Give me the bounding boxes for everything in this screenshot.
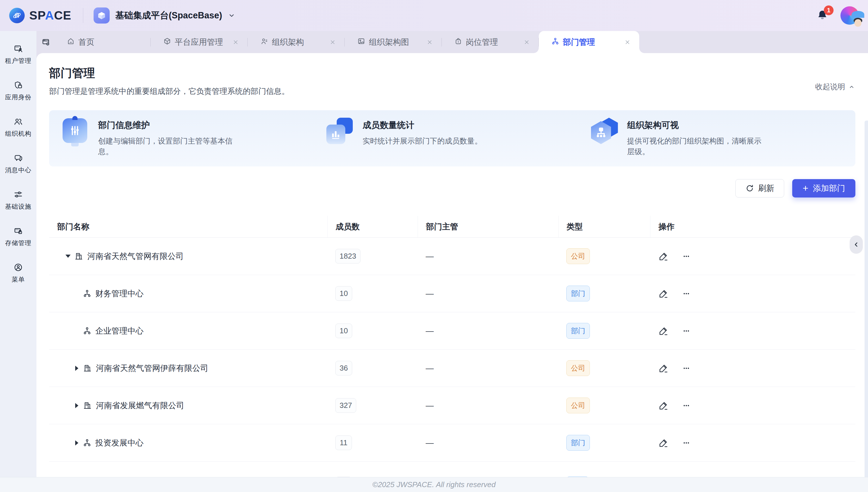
more-actions-button[interactable]: [681, 438, 692, 448]
tab-org-structure[interactable]: 组织架构: [248, 31, 344, 53]
sidebar-item-label: 租户管理: [5, 56, 31, 65]
edit-button[interactable]: [658, 363, 669, 373]
notification-badge: 1: [824, 5, 834, 15]
type-cell: 部门: [558, 323, 650, 339]
type-cell: 部门: [558, 435, 650, 451]
feature-desc: 实时统计并展示部门下的成员数量。: [363, 136, 482, 146]
tab-label: 平台应用管理: [175, 37, 223, 48]
caret-glyph: [75, 440, 78, 445]
supervisor-value: —: [426, 289, 434, 298]
supervisor-value: —: [426, 401, 434, 410]
sidebar-item-infrastructure[interactable]: 基础设施: [0, 182, 36, 218]
person-circle-icon: [14, 263, 23, 272]
page-head: 部门管理 部门管理是管理系统中的重要组成部分，它负责管理系统的部门信息。 收起说…: [36, 53, 868, 96]
department-name-cell: 河南省发展燃气有限公司: [49, 400, 327, 411]
sidebar-item-organization[interactable]: 组织机构: [0, 109, 36, 146]
more-actions-button[interactable]: [681, 289, 692, 299]
add-department-label: 添加部门: [813, 183, 845, 194]
close-icon[interactable]: [232, 39, 239, 45]
app-selector[interactable]: 基础集成平台(SpaceBase): [94, 7, 235, 24]
close-icon[interactable]: [624, 39, 630, 45]
sidebar-item-menu[interactable]: 菜单: [0, 255, 36, 291]
close-icon[interactable]: [524, 39, 530, 45]
sidebar-item-label: 组织机构: [5, 129, 31, 138]
type-cell: 公司: [558, 398, 650, 413]
header-right: 1: [816, 6, 859, 25]
person-list-icon: [261, 37, 268, 47]
page-subtitle: 部门管理是管理系统中的重要组成部分，它负责管理系统的部门信息。: [49, 86, 855, 96]
edit-button[interactable]: [658, 289, 669, 299]
tab-department[interactable]: 部门管理: [539, 31, 639, 53]
sidebar-item-tenant[interactable]: 租户管理: [0, 36, 36, 73]
type-cell: 公司: [558, 248, 650, 264]
table-row: 财务管理中心10—部门: [49, 275, 855, 312]
type-badge: 部门: [566, 323, 590, 339]
refresh-label: 刷新: [758, 183, 774, 194]
department-name: 财务管理中心: [95, 288, 144, 299]
members-cell: 10: [327, 286, 418, 301]
feature-text: 组织架构可视提供可视化的部门组织架构图，清晰展示层级。: [627, 118, 765, 157]
feature-title: 成员数量统计: [363, 119, 482, 131]
edit-button[interactable]: [658, 438, 669, 448]
caret-right-icon[interactable]: [72, 403, 81, 408]
refresh-icon: [745, 184, 754, 193]
sidebar-item-label: 应用身份: [5, 93, 31, 102]
page-title: 部门管理: [49, 65, 855, 81]
tab-position[interactable]: 岗位管理: [442, 31, 539, 53]
avatar[interactable]: [840, 6, 859, 25]
close-icon[interactable]: [426, 39, 433, 45]
edit-button[interactable]: [658, 251, 669, 262]
table-row: 河南省天然气管网有限公司1823—公司: [49, 238, 855, 275]
table-header: 部门名称成员数部门主管类型操作: [49, 216, 855, 238]
company-building-icon: [83, 401, 92, 410]
department-name-cell: 河南省天然气管网有限公司: [49, 251, 327, 262]
sidebar-item-message-center[interactable]: 消息中心: [0, 146, 36, 182]
footer: ©2025 JWSPACE. All rights reserved: [0, 477, 868, 492]
caret-right-icon[interactable]: [72, 440, 81, 445]
feature-title: 部门信息维护: [98, 119, 236, 131]
edit-button[interactable]: [658, 326, 669, 336]
scrollbar[interactable]: [865, 121, 868, 492]
notification-bell[interactable]: 1: [816, 9, 829, 22]
close-icon[interactable]: [329, 39, 336, 45]
type-badge: 公司: [566, 360, 590, 376]
feature-card-member-stats: 成员数量统计实时统计并展示部门下的成员数量。: [326, 118, 591, 146]
table-row: 河南省发展燃气有限公司327—公司: [49, 387, 855, 424]
feature-desc: 创建与编辑部门，设置部门主管等基本信息。: [98, 136, 236, 157]
add-department-button[interactable]: + 添加部门: [792, 179, 855, 197]
people-icon: [14, 117, 23, 126]
app-header: SPACE 基础集成平台(SpaceBase) 1: [0, 0, 868, 31]
tab-label: 首页: [78, 37, 94, 48]
supervisor-cell: —: [418, 438, 558, 447]
table-body: 河南省天然气管网有限公司1823—公司财务管理中心10—部门企业管理中心10—部…: [49, 238, 855, 492]
more-actions-button[interactable]: [681, 326, 692, 336]
caret-down-icon[interactable]: [64, 254, 73, 258]
members-cell: 10: [327, 323, 418, 338]
image-icon: [357, 37, 365, 47]
collapse-panel-handle[interactable]: [850, 236, 863, 254]
supervisor-value: —: [426, 326, 434, 335]
bar-chart-icon: [326, 118, 354, 145]
more-actions-button[interactable]: [681, 251, 692, 262]
sidebar-item-storage[interactable]: 存储管理: [0, 218, 36, 255]
sidebar-item-app-identity[interactable]: 应用身份: [0, 73, 36, 109]
table-row: 投资发展中心11—部门: [49, 424, 855, 462]
feature-card-org-visual: 组织架构可视提供可视化的部门组织架构图，清晰展示层级。: [591, 118, 855, 157]
more-actions-button[interactable]: [681, 363, 692, 373]
app-selector-label: 基础集成平台(SpaceBase): [116, 9, 222, 22]
caret-right-icon[interactable]: [72, 366, 81, 371]
more-actions-button[interactable]: [681, 400, 692, 411]
tab-options-button[interactable]: [36, 31, 55, 53]
tab-platform-apps[interactable]: 平台应用管理: [151, 31, 247, 53]
department-name: 投资发展中心: [95, 438, 144, 448]
tab-home[interactable]: 首页: [55, 31, 150, 53]
brand[interactable]: SPACE: [9, 8, 72, 23]
edit-button[interactable]: [658, 400, 669, 411]
tab-org-chart[interactable]: 组织架构图: [345, 31, 442, 53]
department-name: 企业管理中心: [95, 325, 144, 337]
collapse-note-button[interactable]: 收起说明: [815, 82, 855, 92]
content-panel: 部门管理 部门管理是管理系统中的重要组成部分，它负责管理系统的部门信息。 收起说…: [36, 53, 868, 492]
refresh-button[interactable]: 刷新: [736, 179, 784, 197]
copyright-text: ©2025 JWSPACE. All rights reserved: [372, 480, 496, 489]
feature-text: 部门信息维护创建与编辑部门，设置部门主管等基本信息。: [98, 118, 236, 157]
